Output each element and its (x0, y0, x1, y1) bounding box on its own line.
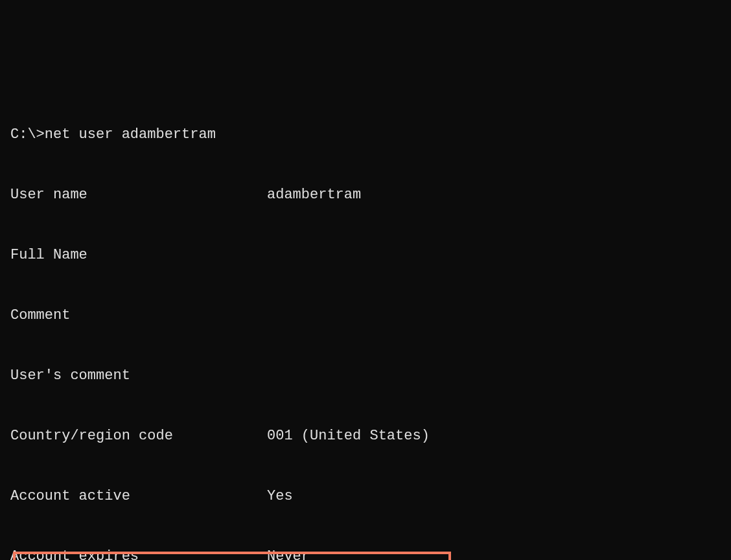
field-full-name: Full Name (10, 245, 721, 265)
field-comment: Comment (10, 305, 721, 325)
field-users-comment: User's comment (10, 366, 721, 386)
command-line: C:\>net user adambertram (10, 124, 721, 145)
field-user-name: User nameadambertram (10, 185, 721, 205)
field-account-expires: Account expiresNever (10, 546, 721, 560)
field-country-region: Country/region code001 (United States) (10, 426, 721, 446)
terminal-output[interactable]: C:\>net user adambertram User nameadambe… (10, 84, 721, 560)
prompt: C:\> (10, 126, 45, 143)
command-text: net user adambertram (45, 126, 216, 143)
field-account-active: Account activeYes (10, 486, 721, 506)
